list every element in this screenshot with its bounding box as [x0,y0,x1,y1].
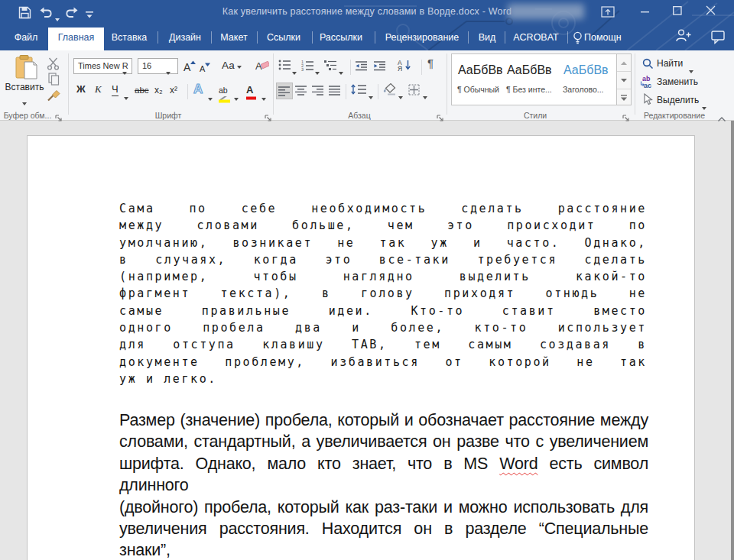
find-button[interactable]: Найти [657,58,683,69]
align-right-button[interactable] [312,85,324,99]
window-title: Как увеличить расстояние между словами в… [0,6,734,17]
tab-references[interactable]: Ссылки [260,25,307,50]
text-effects-dropdown[interactable] [208,90,213,104]
tab-layout[interactable]: Макет [214,25,254,50]
multilevel-dropdown[interactable] [339,64,343,78]
format-painter-button[interactable] [47,88,61,105]
share-button[interactable] [674,28,691,46]
button-separator [378,84,378,99]
shrink-font-button[interactable]: А [200,63,210,74]
bullets-button[interactable] [278,60,291,73]
increase-indent-button[interactable] [373,60,386,74]
document-line: для отступа клавишу TAB, тем самым созда… [119,336,647,353]
highlight-button[interactable]: ab [219,83,231,103]
line-spacing-dropdown[interactable] [369,89,373,102]
styles-scroll-up[interactable] [617,54,631,72]
tab-separator [158,31,158,44]
style-no-spacing[interactable]: АаБбВв ¶ Без инте... [504,54,556,105]
ribbon-display-options-button[interactable] [601,6,615,18]
copy-button[interactable] [48,73,60,89]
styles-more-button[interactable] [617,89,631,106]
tab-mailings[interactable]: Рассылки [315,25,367,50]
numbering-dropdown[interactable] [315,64,320,78]
clear-formatting-button[interactable]: А [255,60,269,75]
comments-button[interactable] [711,31,726,47]
style-label: ¶ Без инте... [506,85,552,94]
multilevel-list-button[interactable] [324,60,338,74]
svg-text:ac: ac [644,82,651,89]
paste-button[interactable] [15,55,38,83]
styles-scroll-down[interactable] [617,72,631,89]
justify-button[interactable] [329,85,341,99]
font-color-dropdown[interactable] [261,90,266,104]
underline-button[interactable]: Ч [112,84,119,96]
tab-design[interactable]: Дизайн [162,25,208,50]
subscript-button[interactable]: x₂ [154,85,163,95]
tab-separator [257,31,258,44]
document-page[interactable]: Сама по себе необходимость сделать расст… [27,135,695,560]
strikethrough-button[interactable]: abc [135,85,149,95]
styles-dialog-launcher[interactable] [622,112,630,125]
tab-insert[interactable]: Вставка [107,25,151,50]
shading-dropdown[interactable] [398,89,403,102]
style-preview: АаБбВв [458,63,502,77]
superscript-button[interactable]: x² [170,85,177,95]
grow-font-button[interactable]: А [184,60,196,73]
document-line: словами, стандартный, а увеличивается он… [119,431,648,452]
minimize-button[interactable] [641,7,650,16]
underline-dropdown[interactable] [124,89,128,103]
tab-file[interactable]: Файл [8,25,44,50]
tab-review[interactable]: Рецензирование [379,25,465,50]
sort-button[interactable]: АЯ [398,59,412,74]
button-separator [346,84,346,99]
font-dialog-launcher[interactable] [265,112,272,125]
clipboard-group-label: Буфер обм... [2,111,54,120]
maximize-button[interactable] [673,6,682,15]
align-center-button[interactable] [295,85,307,99]
font-name-value: Times New R [78,61,128,70]
replace-button[interactable]: Заменить [657,76,698,87]
find-dropdown[interactable] [689,63,693,76]
borders-dropdown[interactable] [423,89,427,102]
document-line: умолчанию, возникает не так уж и часто. … [119,235,647,251]
cut-button[interactable] [47,57,60,73]
numbering-button[interactable]: 123 [301,60,314,74]
font-color-button[interactable]: А [246,83,257,100]
tab-separator [505,31,505,44]
collapse-ribbon-button[interactable] [717,112,726,125]
font-size-dropdown[interactable] [166,64,171,78]
borders-button[interactable] [408,84,420,99]
tab-home[interactable]: Главная [48,28,104,50]
tab-separator [211,31,212,44]
style-heading1[interactable]: АаБбВв Заголово... [560,54,615,105]
shading-button[interactable] [382,83,397,99]
paste-label[interactable]: Вставить [0,82,49,92]
paste-dropdown[interactable] [22,95,27,108]
text-effects-button[interactable]: А [193,82,203,97]
tab-tell-me[interactable]: Помощн [584,25,630,50]
tab-acrobat[interactable]: ACROBAT [508,25,564,50]
tab-view[interactable]: Вид [471,25,503,50]
style-normal[interactable]: АаБбВв ¶ Обычный [455,54,502,105]
clipboard-dialog-launcher[interactable] [55,112,63,125]
word-window: Как увеличить расстояние между словами в… [0,0,734,560]
close-button[interactable] [706,5,716,15]
select-button[interactable]: Выделить [657,95,699,105]
line-spacing-button[interactable] [351,84,367,98]
pilcrow-button[interactable]: ¶ [427,57,434,70]
decrease-indent-button[interactable] [355,60,368,74]
paragraph-dialog-launcher[interactable] [437,112,444,125]
document-line: шрифта. Однако, мало кто знает, что в MS… [119,453,648,497]
group-separator [273,53,274,115]
bullets-dropdown[interactable] [292,64,297,78]
align-left-button[interactable] [276,83,293,99]
font-size-combo[interactable]: 16 [138,58,178,74]
tab-separator [375,31,375,44]
document-line: уж и легко. [119,371,647,387]
highlight-dropdown[interactable] [234,90,239,104]
bold-button[interactable]: Ж [76,84,86,95]
change-case-button[interactable]: Аа [222,60,242,71]
scrollbar-edge[interactable] [731,121,734,560]
italic-button[interactable]: К [95,84,102,95]
font-name-dropdown[interactable] [122,64,127,78]
